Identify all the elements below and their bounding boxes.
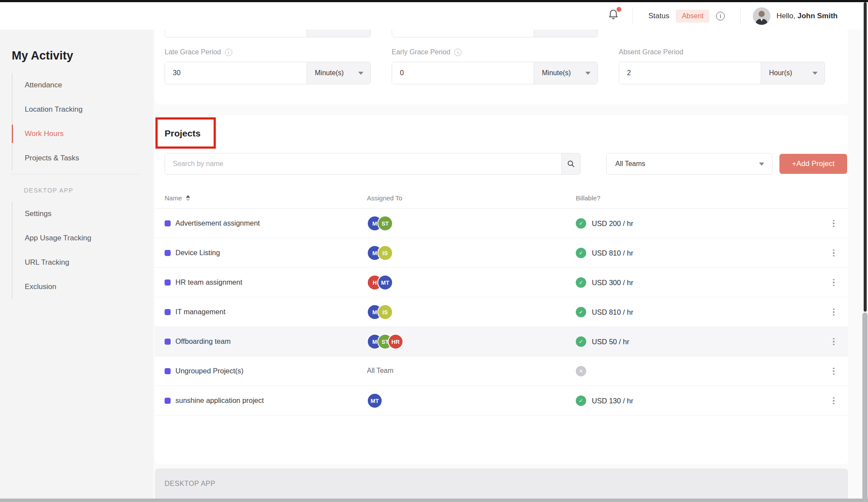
project-row[interactable]: IT managementMIS✓USD 810 / hr bbox=[155, 297, 848, 327]
desktop-app-section-card[interactable]: DESKTOP APP bbox=[155, 469, 848, 502]
unit-value: Hour(s) bbox=[769, 69, 792, 77]
user-name: John Smith bbox=[797, 12, 838, 20]
column-header-name[interactable]: Name bbox=[165, 194, 190, 202]
cutoff-input[interactable] bbox=[392, 30, 534, 37]
unit-value: Minute(s) bbox=[315, 69, 344, 77]
sidebar-item-projects-tasks[interactable]: Projects & Tasks bbox=[13, 146, 142, 170]
user-menu[interactable]: Hello, John Smith bbox=[753, 7, 838, 25]
window-bottom-edge bbox=[0, 499, 868, 502]
cutoff-field-row bbox=[165, 30, 598, 37]
cutoff-unit-select[interactable] bbox=[534, 30, 597, 37]
scrollbar-thumb-dark[interactable] bbox=[864, 2, 867, 312]
late-grace-period-input[interactable] bbox=[165, 62, 307, 84]
sidebar: My Activity AttendanceLocation TrackingW… bbox=[0, 30, 153, 502]
sidebar-item-work-hours[interactable]: Work Hours bbox=[13, 122, 142, 146]
status-info-icon[interactable]: i bbox=[716, 12, 725, 20]
non-billable-x-icon: ✕ bbox=[576, 366, 586, 376]
sidebar-item-exclusion[interactable]: Exclusion bbox=[13, 275, 142, 299]
billable-cell: ✓USD 50 / hr bbox=[576, 336, 629, 347]
grace-period-fields: Late Grace PeriodiMinute(s)Early Grace P… bbox=[165, 48, 825, 84]
notification-dot bbox=[617, 7, 621, 12]
search-button[interactable] bbox=[561, 153, 580, 174]
cutoff-input[interactable] bbox=[165, 30, 307, 37]
absent-grace-period-unit-select[interactable]: Hour(s) bbox=[761, 62, 825, 84]
sidebar-item-label: Work Hours bbox=[25, 130, 63, 138]
late-grace-period-unit-select[interactable]: Minute(s) bbox=[307, 62, 370, 84]
billable-cell: ✕ bbox=[576, 366, 586, 376]
sidebar-item-app-usage-tracking[interactable]: App Usage Tracking bbox=[13, 226, 142, 250]
info-icon[interactable]: i bbox=[454, 49, 462, 56]
avatar-chip: IS bbox=[377, 245, 393, 261]
project-name: IT management bbox=[175, 308, 225, 316]
early-grace-period-input[interactable] bbox=[392, 62, 534, 84]
sidebar-item-location-tracking[interactable]: Location Tracking bbox=[13, 97, 142, 122]
project-row[interactable]: sunshine application projectMT✓USD 130 /… bbox=[155, 386, 848, 416]
projects-table-body: Advertisement assignmentMST✓USD 200 / hr… bbox=[155, 209, 848, 416]
status-badge: Absent bbox=[676, 10, 710, 23]
billable-check-icon: ✓ bbox=[576, 277, 586, 288]
notifications-button[interactable] bbox=[607, 9, 619, 23]
project-row[interactable]: Offboarding teamMSTHR✓USD 50 / hr bbox=[155, 327, 848, 356]
billable-check-icon: ✓ bbox=[576, 248, 586, 258]
status-label: Status bbox=[648, 12, 669, 20]
absent-grace-period-input[interactable] bbox=[619, 62, 761, 84]
early-grace-period-label: Early Grace Periodi bbox=[392, 48, 598, 57]
project-color-square-icon bbox=[165, 398, 171, 404]
early-grace-period-combo: Minute(s) bbox=[392, 62, 598, 84]
absent-grace-period-field: Absent Grace PeriodHour(s) bbox=[619, 48, 825, 84]
user-greeting: Hello, John Smith bbox=[776, 12, 838, 20]
row-menu-button[interactable] bbox=[829, 248, 838, 258]
row-menu-button[interactable] bbox=[829, 307, 838, 317]
project-color-square-icon bbox=[165, 339, 171, 345]
work-hours-settings-card: Late Grace PeriodiMinute(s)Early Grace P… bbox=[155, 30, 848, 104]
unit-value: Minute(s) bbox=[542, 69, 571, 77]
early-grace-period-unit-select[interactable]: Minute(s) bbox=[534, 62, 597, 84]
sidebar-item-settings[interactable]: Settings bbox=[13, 202, 142, 226]
avatar-chip: HR bbox=[388, 334, 403, 349]
project-row[interactable]: Device ListingMIS✓USD 810 / hr bbox=[155, 238, 848, 268]
scrollbar-thumb-gray[interactable] bbox=[862, 313, 868, 502]
red-annotation-rectangle bbox=[155, 117, 216, 149]
row-menu-button[interactable] bbox=[829, 277, 838, 288]
billable-check-icon: ✓ bbox=[576, 396, 586, 406]
top-header-bar: Status Absent i Hello, John Smith bbox=[0, 2, 868, 30]
sidebar-group-label-desktop-app: DESKTOP APP bbox=[24, 187, 73, 194]
chevron-down-icon bbox=[585, 72, 591, 75]
project-row[interactable]: HR team assignmentHMT✓USD 300 / hr bbox=[155, 268, 848, 297]
row-menu-button[interactable] bbox=[829, 396, 838, 406]
project-row[interactable]: Advertisement assignmentMST✓USD 200 / hr bbox=[155, 209, 848, 238]
info-icon[interactable]: i bbox=[225, 49, 232, 56]
sidebar-item-url-tracking[interactable]: URL Tracking bbox=[13, 250, 142, 275]
project-name: HR team assignment bbox=[175, 278, 242, 286]
sidebar-item-label: URL Tracking bbox=[25, 258, 69, 267]
field-label-text: Absent Grace Period bbox=[619, 48, 683, 56]
cutoff-unit-select[interactable] bbox=[307, 30, 370, 37]
project-search-input[interactable] bbox=[165, 153, 561, 174]
project-name: sunshine application project bbox=[175, 396, 264, 405]
sidebar-divider bbox=[12, 174, 140, 174]
sidebar-item-label: App Usage Tracking bbox=[25, 234, 91, 243]
billable-rate: USD 810 / hr bbox=[592, 249, 633, 257]
team-filter-value: All Teams bbox=[615, 160, 645, 168]
project-name: Ungrouped Project(s) bbox=[175, 367, 244, 375]
project-row[interactable]: Ungrouped Project(s)All Team✕ bbox=[155, 356, 848, 386]
billable-cell: ✓USD 130 / hr bbox=[576, 396, 633, 406]
avatar-chip: IS bbox=[377, 304, 393, 320]
row-menu-button[interactable] bbox=[829, 218, 838, 229]
column-header-assigned-to: Assigned To bbox=[367, 194, 402, 202]
cutoff-combo bbox=[392, 30, 598, 37]
row-menu-button[interactable] bbox=[829, 336, 838, 347]
sidebar-nav-group-desktop-app: SettingsApp Usage TrackingURL TrackingEx… bbox=[12, 202, 142, 299]
sidebar-item-attendance[interactable]: Attendance bbox=[13, 73, 142, 97]
project-color-square-icon bbox=[165, 309, 171, 315]
row-menu-button[interactable] bbox=[829, 366, 838, 376]
billable-check-icon: ✓ bbox=[576, 218, 586, 229]
project-name: Offboarding team bbox=[175, 337, 231, 346]
cutoff-combo bbox=[165, 30, 371, 37]
billable-rate: USD 200 / hr bbox=[592, 219, 633, 228]
projects-table-header: Name Assigned To Billable? bbox=[155, 188, 848, 209]
add-project-button[interactable]: +Add Project bbox=[779, 154, 847, 174]
team-filter-select[interactable]: All Teams bbox=[606, 153, 772, 175]
billable-rate: USD 130 / hr bbox=[592, 397, 633, 405]
assigned-to-text: All Team bbox=[367, 367, 393, 375]
